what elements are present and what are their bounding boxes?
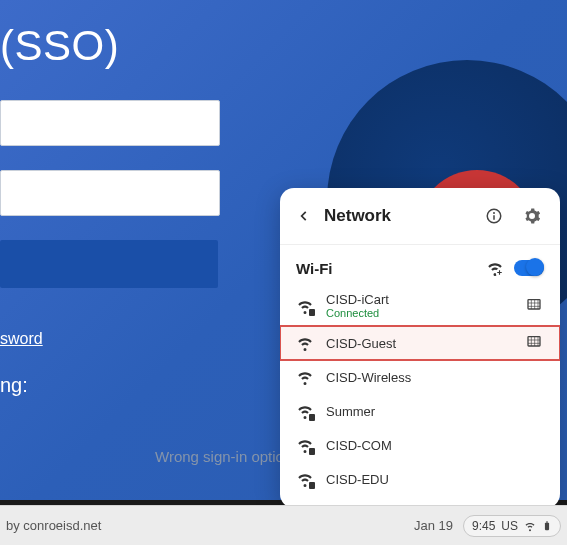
wifi-signal-icon: [296, 436, 314, 454]
sso-title-fragment: (SSO): [0, 22, 119, 70]
wifi-signal-icon: [296, 470, 314, 488]
managed-by-text: by conroeisd.net: [6, 518, 414, 533]
password-field[interactable]: [0, 170, 220, 216]
wifi-signal-icon: [296, 297, 314, 315]
tray-locale: US: [501, 519, 518, 533]
wifi-network-item[interactable]: CISD-iCartConnected: [280, 285, 560, 326]
wifi-network-item[interactable]: CISD-EDU: [280, 462, 560, 496]
wifi-network-status: Connected: [326, 307, 514, 319]
wifi-signal-icon: [296, 402, 314, 420]
wifi-network-item[interactable]: Summer: [280, 394, 560, 428]
wifi-item-body: CISD-iCartConnected: [326, 292, 514, 319]
wifi-network-item[interactable]: CISD-Wireless: [280, 360, 560, 394]
lock-icon: [309, 309, 315, 316]
wifi-network-item[interactable]: CISD-COM: [280, 428, 560, 462]
battery-icon: [542, 520, 552, 532]
svg-rect-7: [545, 522, 549, 530]
chevron-left-icon: [297, 209, 311, 223]
wifi-network-name: CISD-Wireless: [326, 370, 544, 385]
wifi-item-body: CISD-COM: [326, 438, 544, 453]
lock-icon: [309, 482, 315, 489]
wifi-signal-icon: [296, 334, 314, 352]
username-field[interactable]: [0, 100, 220, 146]
status-pill[interactable]: 9:45 US: [463, 515, 561, 537]
wifi-network-name: Summer: [326, 404, 544, 419]
wrong-signin-link[interactable]: Wrong sign-in option?: [155, 448, 301, 465]
wifi-toggle[interactable]: [514, 260, 544, 276]
settings-button[interactable]: [518, 202, 546, 230]
wifi-item-body: CISD-Guest: [326, 336, 514, 351]
tray-date: Jan 19: [414, 518, 453, 533]
wifi-add-icon: [486, 259, 504, 277]
wifi-icon: [524, 520, 536, 532]
svg-point-3: [530, 214, 534, 218]
network-quick-settings: Network Wi-Fi CISD-iCartConnectedCISD-Gu…: [280, 188, 560, 508]
forgot-password-link-fragment[interactable]: sword: [0, 330, 43, 348]
system-tray[interactable]: Jan 19 9:45 US: [414, 515, 561, 537]
lock-icon: [309, 414, 315, 421]
wifi-add-button[interactable]: [486, 259, 504, 277]
wifi-network-name: CISD-EDU: [326, 472, 544, 487]
svg-rect-8: [546, 521, 548, 522]
managed-network-icon: [526, 334, 544, 352]
info-button[interactable]: [480, 202, 508, 230]
svg-rect-2: [493, 215, 495, 220]
wifi-item-body: CISD-EDU: [326, 472, 544, 487]
wifi-network-item[interactable]: CISD-Guest: [280, 326, 560, 360]
lock-icon: [309, 448, 315, 455]
wifi-item-body: Summer: [326, 404, 544, 419]
tray-time: 9:45: [472, 519, 495, 533]
wifi-item-body: CISD-Wireless: [326, 370, 544, 385]
wifi-network-name: CISD-iCart: [326, 292, 514, 307]
wifi-label: Wi-Fi: [296, 260, 476, 277]
managed-network-icon: [526, 297, 544, 315]
wifi-signal-icon: [296, 368, 314, 386]
network-popup-header: Network: [280, 188, 560, 240]
svg-point-1: [493, 212, 495, 214]
warning-label-fragment: ng:: [0, 374, 28, 397]
wifi-network-name: CISD-Guest: [326, 336, 514, 351]
info-icon: [485, 207, 503, 225]
wifi-section: Wi-Fi CISD-iCartConnectedCISD-GuestCISD-…: [280, 244, 560, 496]
wifi-network-name: CISD-COM: [326, 438, 544, 453]
wifi-network-list: CISD-iCartConnectedCISD-GuestCISD-Wirele…: [280, 285, 560, 496]
network-title: Network: [324, 206, 470, 226]
gear-icon: [523, 207, 541, 225]
wifi-section-header: Wi-Fi: [280, 251, 560, 285]
login-button[interactable]: [0, 240, 218, 288]
system-shelf: by conroeisd.net Jan 19 9:45 US: [0, 505, 567, 545]
back-button[interactable]: [294, 206, 314, 226]
